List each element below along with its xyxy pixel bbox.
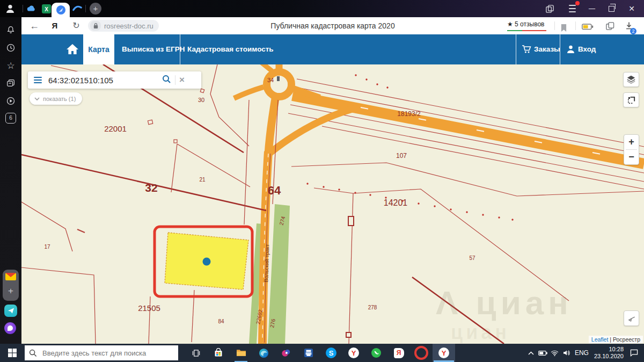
search-divider: [175, 75, 175, 85]
language-indicator[interactable]: ENG: [575, 349, 589, 357]
back-button[interactable]: ←: [28, 17, 41, 34]
store-app-icon[interactable]: [207, 344, 230, 362]
menu-hamburger-icon[interactable]: [34, 75, 42, 85]
domain-text: rosreestr-doc.ru: [104, 22, 153, 30]
task-view-button[interactable]: [185, 344, 207, 362]
swoosh-tab[interactable]: [72, 3, 83, 14]
map-label-14201: 14201: [384, 198, 408, 208]
map-label-34: 34: [267, 77, 274, 83]
map-label-17: 17: [44, 244, 50, 250]
side-panel-icon[interactable]: [544, 3, 555, 14]
refresh-button[interactable]: ↻: [70, 17, 83, 34]
attribution-provider: Росреестр: [613, 336, 640, 343]
excel-tab[interactable]: X: [41, 3, 52, 14]
history-clock-icon[interactable]: [5, 42, 17, 54]
bell-icon[interactable]: [5, 24, 17, 36]
nav-separator: [516, 34, 516, 64]
measure-area-button[interactable]: [623, 92, 639, 107]
start-button[interactable]: [0, 344, 25, 362]
whatsapp-icon[interactable]: [365, 344, 387, 362]
yandex-mail-tile[interactable]: +: [3, 270, 19, 301]
show-results-button[interactable]: показать (1): [30, 92, 82, 105]
volume-icon[interactable]: [561, 344, 573, 362]
rating-bar-green: [507, 30, 522, 31]
favorites-star-icon[interactable]: ☆: [5, 60, 17, 71]
reviews-widget[interactable]: ★ 5 отзывов: [507, 20, 544, 28]
taskbar-search-box[interactable]: [25, 345, 178, 360]
home-button[interactable]: [65, 43, 79, 58]
profile-avatar-icon[interactable]: [5, 3, 16, 14]
screen: X + — ✕ Публичная кадастровая карта 2020…: [0, 0, 644, 362]
printer-app-icon[interactable]: [297, 344, 320, 362]
user-icon[interactable]: [566, 45, 575, 56]
new-tab-button[interactable]: +: [90, 3, 101, 15]
nav-orders[interactable]: Заказы: [534, 34, 560, 64]
cloud-tab[interactable]: [26, 3, 36, 14]
download-icon[interactable]: 2: [625, 21, 633, 32]
tabs-pages-icon[interactable]: [605, 21, 614, 33]
map-label-21: 21: [199, 177, 205, 183]
close-button[interactable]: ✕: [623, 0, 641, 17]
zoom-in-button[interactable]: +: [624, 135, 639, 149]
site-navbar: Карта Выписка из ЕГРН Кадастровая стоимо…: [21, 34, 644, 64]
show-results-label: показать (1): [43, 96, 76, 102]
clock[interactable]: 10:28 23.10.2020: [594, 346, 624, 360]
restore-button[interactable]: [602, 0, 620, 17]
browser-menu-icon[interactable]: [567, 3, 577, 14]
active-browser-tab[interactable]: [52, 3, 70, 17]
search-icon[interactable]: [162, 75, 171, 86]
action-center-icon[interactable]: [628, 344, 640, 362]
taskbar-search-input[interactable]: [41, 349, 167, 358]
search-clear-icon[interactable]: ×: [179, 72, 185, 88]
nav-item-cost[interactable]: Кадастровая стоимость: [187, 34, 274, 64]
tab-counter[interactable]: 6: [5, 113, 16, 124]
yandex-browser-active-window[interactable]: Y: [433, 344, 455, 362]
cadastral-search-input[interactable]: [47, 75, 162, 85]
notification-dot: [575, 1, 580, 5]
file-explorer-icon[interactable]: [230, 344, 252, 362]
minimize-button[interactable]: —: [583, 0, 601, 17]
yandex-browser-icon[interactable]: Y: [342, 344, 365, 362]
skype-icon[interactable]: S: [320, 344, 342, 362]
add-widget-plus[interactable]: +: [3, 286, 19, 296]
zoom-out-button[interactable]: −: [624, 150, 639, 164]
yandex-browser-tab-icon: [56, 5, 66, 15]
restore-icon: [609, 6, 614, 12]
battery-extension-icon[interactable]: [582, 23, 594, 32]
leaflet-link[interactable]: Leaflet: [591, 336, 609, 343]
map-label-Вольский тракт: Вольский тракт: [263, 244, 270, 282]
battery-icon[interactable]: [537, 344, 549, 362]
opera-icon[interactable]: [410, 344, 433, 362]
alice-assistant-icon[interactable]: [4, 322, 16, 334]
play-circle-icon[interactable]: [5, 95, 17, 107]
nav-tab-map[interactable]: Карта: [83, 34, 114, 64]
messenger-icon[interactable]: [4, 305, 17, 317]
cadastral-map[interactable]: 22001303418193/2107213264142012741757215…: [21, 64, 644, 344]
paint3d-icon[interactable]: [275, 344, 297, 362]
yandex-app-icon[interactable]: Я: [387, 344, 410, 362]
nav-item-egrn[interactable]: Выписка из ЕГРН: [122, 34, 185, 64]
map-label-22692: 22692: [255, 309, 264, 324]
map-label-274: 274: [279, 216, 287, 226]
edge-browser-icon[interactable]: [252, 344, 275, 362]
rating-bar-red: [522, 30, 546, 31]
windows-taskbar: S Y Я Y: [0, 344, 644, 362]
toolbar-separator: [575, 21, 576, 30]
locate-button[interactable]: [624, 310, 639, 326]
system-tray: ENG 10:28 23.10.2020: [525, 344, 644, 362]
url-field[interactable]: rosreestr-doc.ru: [88, 20, 159, 32]
tray-expand-chevron[interactable]: [525, 344, 537, 362]
cart-icon[interactable]: [522, 45, 531, 56]
toolbar-separator: [554, 21, 555, 30]
cian-watermark-2: циан: [451, 321, 510, 344]
map-search-panel: ×: [28, 71, 201, 89]
layers-button[interactable]: [623, 72, 639, 87]
yandex-logo[interactable]: Я: [48, 17, 61, 34]
tab-separator: [85, 5, 86, 12]
mail-icon: [5, 273, 16, 280]
wifi-icon[interactable]: [549, 344, 561, 362]
map-label-278: 278: [368, 305, 377, 310]
nav-login[interactable]: Вход: [578, 34, 596, 64]
cian-watermark: Λ циан: [436, 284, 573, 322]
collections-icon[interactable]: [5, 77, 17, 89]
